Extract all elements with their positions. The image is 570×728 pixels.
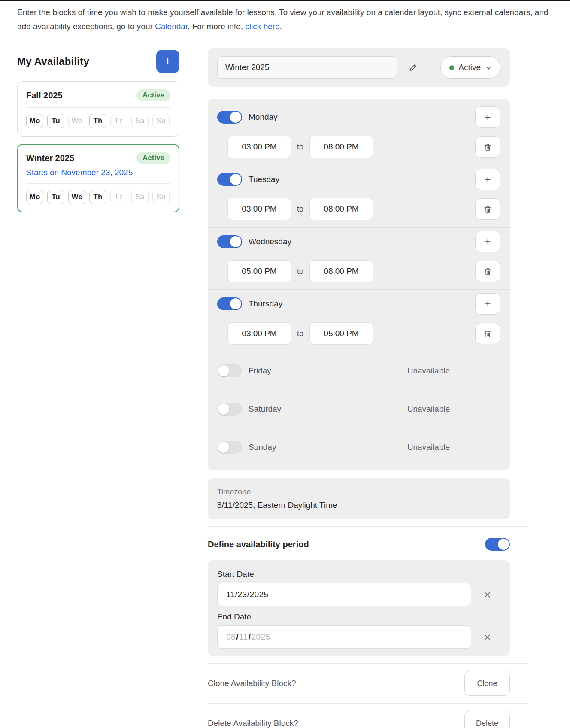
time-slot-row-monday: to (208, 131, 510, 165)
block-name-input[interactable] (217, 56, 397, 79)
delete-row: Delete Availability Block? Delete (208, 704, 510, 728)
unavailable-label-friday: Unavailable (407, 366, 450, 376)
to-label: to (297, 329, 303, 338)
intro-text-part: . (280, 22, 282, 31)
edit-pencil-icon[interactable] (409, 63, 418, 72)
period-panel: Start Date End Date 08/11/2025 (208, 560, 510, 656)
add-availability-button[interactable]: + (156, 50, 179, 73)
toggle-friday[interactable] (217, 364, 242, 377)
add-slot-button-tuesday[interactable]: + (475, 169, 500, 190)
day-chip-sa: Sa (131, 190, 149, 204)
end-date-input[interactable]: 08/11/2025 (217, 625, 471, 649)
delete-slot-button-wednesday[interactable] (475, 261, 500, 282)
block-name: Fall 2025 (26, 91, 63, 100)
start-time-input-tuesday[interactable] (227, 198, 291, 220)
active-status-dot (449, 65, 454, 70)
start-date-label: Start Date (217, 570, 500, 579)
end-date-label: End Date (217, 612, 500, 622)
to-label: to (297, 205, 303, 214)
availability-sidebar: My Availability + Fall 2025ActiveMoTuWeT… (17, 49, 179, 212)
status-badge: Active (136, 152, 170, 164)
delete-slot-button-thursday[interactable] (475, 323, 500, 344)
date-separator: / (248, 632, 252, 642)
day-chip-su: Su (152, 190, 170, 204)
day-chips: MoTuWeThFrSaSu (26, 114, 170, 128)
click-here-link[interactable]: click here (245, 22, 279, 31)
toggle-knob (498, 539, 509, 550)
day-chip-mo: Mo (26, 114, 43, 128)
toggle-thursday[interactable] (217, 297, 242, 310)
toggle-sunday[interactable] (217, 441, 242, 454)
delete-slot-button-tuesday[interactable] (475, 198, 500, 220)
end-time-input-wednesday[interactable] (309, 260, 373, 282)
status-badge: Active (136, 89, 170, 101)
clear-end-date-icon[interactable] (483, 633, 492, 642)
toggle-monday[interactable] (217, 111, 242, 124)
period-toggle[interactable] (485, 538, 510, 551)
sidebar-title: My Availability (17, 55, 89, 67)
end-time-input-monday[interactable] (309, 136, 373, 158)
start-date-note: Starts on November 23, 2025 (26, 168, 170, 177)
day-chip-th: Th (89, 114, 106, 128)
start-time-input-thursday[interactable] (227, 322, 291, 345)
intro-text: Enter the blocks of time you wish to mak… (17, 5, 549, 33)
period-heading: Define availability period (208, 540, 309, 549)
day-chip-fr: Fr (110, 114, 127, 128)
sidebar-header: My Availability + (17, 49, 179, 74)
day-chip-fr: Fr (110, 190, 127, 204)
day-row-thursday: Thursday+ (208, 290, 510, 318)
add-slot-button-wednesday[interactable]: + (475, 231, 500, 252)
toggle-knob (218, 442, 229, 453)
end-time-input-thursday[interactable] (309, 322, 373, 345)
day-row-friday: FridayUnavailable (208, 352, 510, 390)
clone-label: Clone Availability Block? (208, 679, 296, 688)
day-chip-we: We (68, 114, 85, 128)
date-segment: 08 (226, 632, 236, 642)
day-label-friday: Friday (249, 366, 271, 376)
weekly-schedule-panel: Monday+toTuesday+toWednesday+toThursday+… (208, 99, 510, 470)
section-divider (208, 526, 528, 527)
timezone-value: 8/11/2025, Eastern Daylight Time (217, 500, 500, 511)
toggle-knob (218, 403, 229, 415)
block-name: Winter 2025 (26, 153, 74, 163)
day-chip-su: Su (152, 114, 170, 128)
end-time-input-tuesday[interactable] (309, 198, 373, 220)
toggle-knob (230, 236, 241, 247)
availability-editor: Active Monday+toTuesday+toWednesday+toTh… (204, 48, 528, 728)
toggle-wednesday[interactable] (217, 235, 242, 248)
delete-slot-button-monday[interactable] (475, 136, 500, 158)
add-slot-button-monday[interactable]: + (475, 106, 500, 128)
delete-button[interactable]: Delete (464, 711, 510, 728)
day-chip-tu: Tu (47, 114, 64, 128)
day-label-monday: Monday (249, 112, 278, 122)
card-divider (26, 107, 170, 108)
day-row-sunday: SundayUnavailable (208, 428, 510, 466)
status-dropdown[interactable]: Active (440, 56, 500, 79)
toggle-saturday[interactable] (217, 403, 242, 416)
intro-text-part: Enter the blocks of time you wish to mak… (17, 8, 548, 31)
availability-block-card[interactable]: Fall 2025ActiveMoTuWeThFrSaSu (17, 81, 179, 136)
end-date-row: 08/11/2025 (217, 625, 500, 649)
card-header: Winter 2025Active (26, 152, 170, 164)
start-time-input-wednesday[interactable] (227, 260, 291, 282)
period-header: Define availability period (208, 538, 510, 551)
time-slot-row-thursday: to (208, 318, 510, 352)
availability-block-list: Fall 2025ActiveMoTuWeThFrSaSuWinter 2025… (17, 81, 179, 212)
toggle-knob (230, 174, 241, 185)
calendar-link[interactable]: Calendar (155, 22, 188, 31)
add-slot-button-thursday[interactable]: + (475, 293, 500, 315)
day-row-wednesday: Wednesday+ (208, 228, 510, 256)
day-row-tuesday: Tuesday+ (208, 165, 510, 194)
clear-start-date-icon[interactable] (483, 590, 492, 599)
toggle-knob (230, 112, 241, 123)
start-date-input[interactable] (217, 583, 471, 606)
toggle-tuesday[interactable] (217, 173, 242, 186)
chevron-down-icon (485, 64, 492, 72)
day-chip-tu: Tu (47, 190, 64, 204)
day-chip-sa: Sa (131, 114, 149, 128)
day-label-saturday: Saturday (249, 404, 281, 414)
start-time-input-monday[interactable] (227, 136, 291, 158)
clone-button[interactable]: Clone (464, 671, 510, 696)
day-chip-th: Th (89, 190, 106, 204)
availability-block-card[interactable]: Winter 2025ActiveStarts on November 23, … (17, 144, 179, 212)
